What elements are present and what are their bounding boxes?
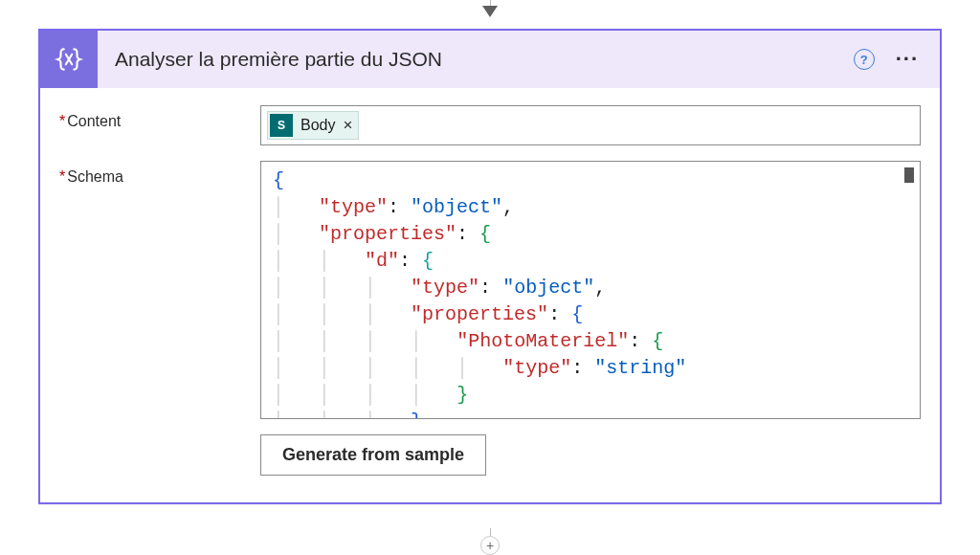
generate-from-sample-button[interactable]: Generate from sample xyxy=(260,434,486,476)
content-input[interactable]: S Body × xyxy=(260,105,921,145)
code-line: │ │ │ } xyxy=(273,409,908,419)
flow-connector-in xyxy=(482,0,498,17)
content-label: *Content xyxy=(59,105,260,130)
sharepoint-icon: S xyxy=(270,114,293,137)
schema-label: *Schema xyxy=(59,161,260,186)
add-step-icon[interactable]: + xyxy=(480,536,500,555)
parse-json-icon xyxy=(40,31,98,88)
card-title[interactable]: Analyser la première partie du JSON xyxy=(98,48,854,71)
card-body: *Content S Body × *Schema {│ "type": "ob… xyxy=(40,88,940,502)
action-card: Analyser la première partie du JSON ? ··… xyxy=(38,29,942,504)
schema-row: *Schema {│ "type": "object",│ "propertie… xyxy=(59,161,921,419)
code-line: │ "properties": { xyxy=(273,221,908,248)
token-label: Body xyxy=(301,117,335,134)
code-line: │ │ │ │ } xyxy=(273,382,908,409)
code-line: { xyxy=(273,167,908,194)
code-line: │ │ │ "properties": { xyxy=(273,301,908,328)
more-menu-icon[interactable]: ··· xyxy=(896,47,919,72)
help-icon[interactable]: ? xyxy=(854,49,875,70)
code-line: │ "type": "object", xyxy=(273,194,908,221)
code-line: │ │ "d": { xyxy=(273,248,908,275)
code-line: │ │ │ "type": "object", xyxy=(273,275,908,301)
code-line: │ │ │ │ "PhotoMateriel": { xyxy=(273,328,908,355)
flow-connector-out: + xyxy=(480,528,500,555)
schema-editor[interactable]: {│ "type": "object",│ "properties": {│ │… xyxy=(260,161,921,419)
card-header[interactable]: Analyser la première partie du JSON ? ··… xyxy=(40,31,940,88)
code-line: │ │ │ │ │ "type": "string" xyxy=(273,355,908,382)
dynamic-content-token[interactable]: S Body × xyxy=(267,111,359,140)
token-remove-icon[interactable]: × xyxy=(343,116,352,135)
content-row: *Content S Body × xyxy=(59,105,921,145)
